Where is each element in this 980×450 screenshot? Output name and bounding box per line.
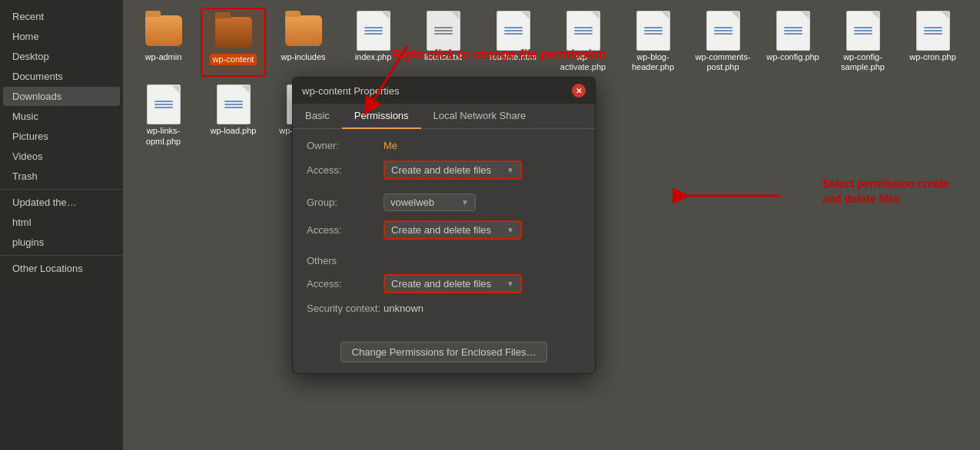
- chevron-down-icon: ▼: [461, 198, 469, 207]
- sidebar-bookmark-html[interactable]: html: [3, 213, 120, 232]
- php-icon: [565, 12, 602, 49]
- group-dropdown[interactable]: vowelweb ▼: [384, 194, 476, 211]
- dialog-title: wp-content Properties: [302, 85, 399, 97]
- php-icon: [355, 12, 392, 49]
- access-label: Access:: [307, 278, 384, 290]
- main-area: wp-admin wp-content wp-includes index.ph…: [123, 0, 980, 450]
- security-label: Security context:: [307, 303, 384, 314]
- file-item-wp-admin[interactable]: wp-admin: [131, 8, 196, 77]
- sidebar-item-music[interactable]: Music: [3, 107, 120, 126]
- txt-icon: [425, 12, 462, 49]
- dialog-titlebar: wp-content Properties ✕: [293, 78, 595, 104]
- file-label: wp-includes: [281, 52, 325, 62]
- file-label: wp-admin: [145, 52, 182, 62]
- chevron-down-icon: ▼: [507, 166, 514, 174]
- sidebar-item-other-locations[interactable]: Other Locations: [3, 259, 120, 278]
- dialog-body: Owner: Me Access: Create and delete file…: [293, 129, 595, 334]
- sidebar-bookmark-updated[interactable]: Updated the…: [3, 193, 120, 212]
- php-icon: [705, 12, 742, 49]
- owner-access-dropdown[interactable]: Create and delete files ▼: [384, 160, 522, 180]
- group-access-row: Access: Create and delete files ▼: [307, 220, 581, 240]
- php-icon: [845, 12, 882, 49]
- file-item-wp-links-opml[interactable]: wp-links-opml.php: [131, 81, 196, 151]
- group-label: Group:: [307, 197, 384, 208]
- others-section-label: Others: [307, 255, 581, 266]
- file-item-wp-comments-post[interactable]: wp-comments-post.php: [690, 8, 756, 77]
- folder-icon-wp-admin: [145, 12, 182, 49]
- sidebar-bookmark-plugins[interactable]: plugins: [3, 233, 120, 252]
- file-item-wp-content[interactable]: wp-content: [201, 8, 266, 77]
- file-label: wp-comments-post.php: [693, 52, 752, 72]
- others-access-dropdown[interactable]: Create and delete files ▼: [384, 274, 522, 293]
- sidebar: Recent Home Desktop Documents Downloads …: [0, 0, 123, 450]
- tab-permissions[interactable]: Permissions: [342, 104, 421, 129]
- folder-icon-wp-content: [215, 14, 252, 51]
- file-item-wp-cron[interactable]: wp-cron.php: [900, 8, 965, 77]
- php-icon: [775, 12, 812, 49]
- access-label: Access:: [307, 164, 384, 176]
- file-label: license.txt: [424, 52, 462, 62]
- tab-basic[interactable]: Basic: [293, 104, 342, 129]
- others-access-row: Access: Create and delete files ▼: [307, 274, 581, 293]
- security-value: unknown: [384, 303, 424, 314]
- php-icon: [145, 86, 182, 123]
- right-arrow: [673, 180, 796, 211]
- file-item-readme-html[interactable]: readme.html: [480, 8, 546, 77]
- sidebar-item-home[interactable]: Home: [3, 27, 120, 46]
- file-item-wp-activate[interactable]: wp-activate.php: [550, 8, 616, 77]
- owner-label: Owner:: [307, 140, 384, 151]
- dialog-close-button[interactable]: ✕: [572, 84, 586, 98]
- file-label: readme.html: [490, 52, 537, 62]
- php-icon: [495, 12, 532, 49]
- php-icon: [635, 12, 672, 49]
- file-label: wp-load.php: [211, 126, 257, 136]
- group-row: Group: vowelweb ▼: [307, 194, 581, 211]
- file-item-wp-load[interactable]: wp-load.php: [201, 81, 266, 151]
- dialog-tabs: Basic Permissions Local Network Share: [293, 104, 595, 129]
- chevron-down-icon: ▼: [507, 226, 514, 234]
- file-label: wp-content: [210, 54, 257, 65]
- file-label: wp-config.php: [766, 52, 819, 62]
- file-item-wp-includes[interactable]: wp-includes: [271, 8, 336, 77]
- change-permissions-button[interactable]: Change Permissions for Enclosed Files…: [341, 342, 548, 362]
- php-icon: [215, 86, 252, 123]
- sidebar-item-trash[interactable]: Trash: [3, 167, 120, 186]
- file-label: wp-config-sample.php: [833, 52, 892, 72]
- file-label: index.php: [355, 52, 392, 62]
- owner-row: Owner: Me: [307, 140, 581, 151]
- sidebar-item-desktop[interactable]: Desktop: [3, 47, 120, 66]
- file-item-index-php[interactable]: index.php: [341, 8, 406, 77]
- right-annotation: Select permission create and delete file…: [822, 177, 949, 207]
- file-label: wp-cron.php: [909, 52, 956, 62]
- file-label: wp-blog-header.php: [623, 52, 683, 72]
- sidebar-item-recent[interactable]: Recent: [3, 7, 120, 26]
- file-item-license-txt[interactable]: license.txt: [410, 8, 476, 77]
- owner-value: Me: [384, 140, 397, 151]
- file-item-wp-blog-header[interactable]: wp-blog-header.php: [620, 8, 686, 77]
- tab-local-network-share[interactable]: Local Network Share: [421, 104, 539, 129]
- php-icon: [915, 12, 952, 49]
- sidebar-item-pictures[interactable]: Pictures: [3, 127, 120, 146]
- file-item-wp-config-sample[interactable]: wp-config-sample.php: [830, 8, 895, 77]
- file-label: wp-activate.php: [553, 52, 613, 72]
- chevron-down-icon: ▼: [507, 280, 514, 288]
- file-label: wp-links-opml.php: [134, 126, 193, 146]
- owner-access-row: Access: Create and delete files ▼: [307, 160, 581, 180]
- dialog-footer: Change Permissions for Enclosed Files…: [293, 334, 595, 373]
- properties-dialog: wp-content Properties ✕ Basic Permission…: [292, 77, 596, 374]
- file-item-wp-config[interactable]: wp-config.php: [760, 8, 826, 77]
- security-row: Security context: unknown: [307, 303, 581, 314]
- sidebar-item-documents[interactable]: Documents: [3, 67, 120, 86]
- access-label: Access:: [307, 224, 384, 236]
- folder-icon-wp-includes: [285, 12, 322, 49]
- group-access-dropdown[interactable]: Create and delete files ▼: [384, 220, 522, 240]
- sidebar-item-downloads[interactable]: Downloads: [3, 87, 120, 106]
- sidebar-item-videos[interactable]: Videos: [3, 147, 120, 166]
